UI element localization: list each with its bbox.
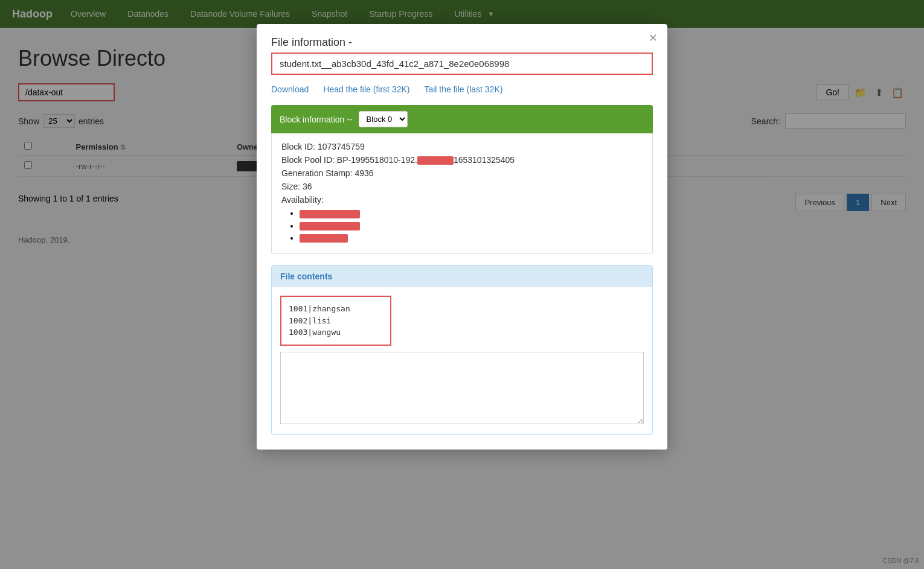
availability-item-2 [300,221,643,230]
block-pool-label: Block Pool ID: [281,155,335,165]
availability-redacted-1 [300,210,360,218]
block-id-row: Block ID: 1073745759 [281,142,643,151]
block-id-value: 1073745759 [318,142,365,151]
availability-item-3 [300,233,643,243]
generation-stamp-label: Generation Stamp: [281,168,353,178]
file-contents-header: File contents [272,265,652,287]
file-contents-body: 1001|zhangsan 1002|lisi 1003|wangwu [272,287,652,434]
size-label: Size: [281,182,300,191]
generation-stamp-value: 4936 [355,168,373,178]
file-contents-textarea[interactable] [280,352,644,424]
download-link[interactable]: Download [271,84,309,94]
availability-redacted-2 [300,222,360,230]
file-info-modal: ✕ File information - student.txt__ab3cb3… [257,24,667,450]
file-pre-wrapper: 1001|zhangsan 1002|lisi 1003|wangwu [280,296,391,346]
file-contents-pre: 1001|zhangsan 1002|lisi 1003|wangwu [281,297,390,345]
block-pool-prefix: BP-1995518010-192. [337,155,417,165]
modal-links: Download Head the file (first 32K) Tail … [271,84,653,94]
block-info-body: Block ID: 1073745759 Block Pool ID: BP-1… [271,133,653,254]
modal-close-button[interactable]: ✕ [649,33,658,43]
block-info-label: Block information -- [280,115,353,124]
head-file-link[interactable]: Head the file (first 32K) [323,84,409,94]
availability-list [281,208,643,243]
block-select[interactable]: Block 0 [359,111,408,127]
availability-item-1 [300,208,643,218]
modal-overlay: ✕ File information - student.txt__ab3cb3… [0,0,924,559]
size-row: Size: 36 [281,182,643,191]
availability-redacted-3 [300,234,348,243]
block-info-section: Block information -- Block 0 Block ID: 1… [271,105,653,254]
generation-stamp-row: Generation Stamp: 4936 [281,168,643,178]
block-pool-suffix: 1653101325405 [454,155,515,165]
file-contents-section: File contents 1001|zhangsan 1002|lisi 10… [271,265,653,435]
tail-file-link[interactable]: Tail the file (last 32K) [424,84,502,94]
size-value: 36 [303,182,312,191]
modal-filename: student.txt__ab3cb30d_43fd_41c2_a871_8e2… [271,52,653,75]
block-id-label: Block ID: [281,142,315,151]
block-pool-redacted [417,156,454,165]
modal-title: File information - [271,36,653,49]
block-pool-row: Block Pool ID: BP-1995518010-192.1653101… [281,155,643,165]
block-info-header: Block information -- Block 0 [271,105,653,133]
availability-label-row: Availability: [281,195,643,205]
